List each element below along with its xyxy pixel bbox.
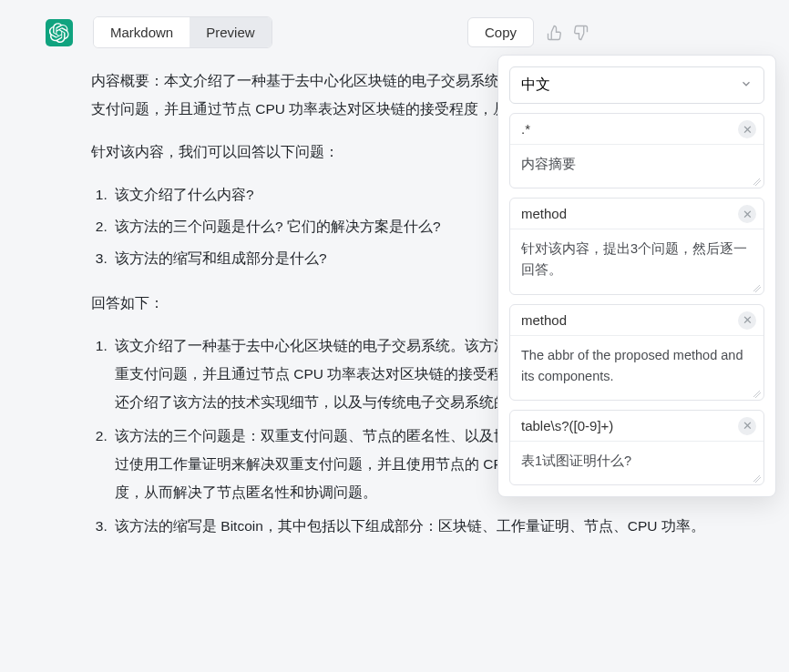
prompt-textarea[interactable]: 针对该内容，提出3个问题，然后逐一回答。: [510, 229, 763, 293]
chevron-down-icon: [740, 77, 753, 94]
prompt-group: table\s?([0-9]+) ✕ 表1试图证明什么?: [509, 410, 764, 485]
prompt-textarea[interactable]: 内容摘要: [510, 145, 763, 188]
toolbar: Markdown Preview Copy: [0, 0, 789, 59]
prompt-body-text: 内容摘要: [521, 157, 576, 171]
openai-logo: [46, 19, 73, 46]
copy-button[interactable]: Copy: [467, 17, 534, 47]
feedback-group: [547, 25, 589, 41]
prompt-group: .* ✕ 内容摘要: [509, 113, 764, 188]
prompt-body-text: The abbr of the proposed method and its …: [521, 348, 743, 383]
resize-handle-icon: [752, 177, 761, 186]
view-tabs: Markdown Preview: [93, 16, 272, 48]
language-select[interactable]: 中文: [509, 66, 764, 104]
prompt-body-text: 表1试图证明什么?: [521, 453, 631, 468]
prompt-pattern-input[interactable]: method ✕: [510, 305, 763, 336]
thumbs-up-icon[interactable]: [547, 25, 563, 41]
close-icon[interactable]: ✕: [738, 120, 756, 138]
openai-icon: [49, 23, 69, 43]
language-selected: 中文: [521, 76, 550, 95]
prompt-pattern-input[interactable]: method ✕: [510, 199, 763, 229]
prompt-textarea[interactable]: 表1试图证明什么?: [510, 442, 763, 484]
resize-handle-icon: [752, 389, 761, 398]
list-item: 该方法的缩写是 Bitcoin，其中包括以下组成部分：区块链、工作量证明、节点、…: [111, 512, 707, 540]
prompt-group: method ✕ 针对该内容，提出3个问题，然后逐一回答。: [509, 198, 764, 294]
resize-handle-icon: [752, 473, 761, 483]
prompt-panel: 中文 .* ✕ 内容摘要 method ✕ 针对该内容，提出3个问题，然后逐一回…: [497, 55, 776, 497]
toolbar-right: Copy: [467, 17, 771, 47]
close-icon[interactable]: ✕: [738, 311, 756, 330]
tab-markdown[interactable]: Markdown: [94, 17, 190, 47]
prompt-textarea[interactable]: The abbr of the proposed method and its …: [510, 336, 763, 400]
prompt-pattern-text: .*: [521, 121, 530, 137]
prompt-pattern-input[interactable]: .* ✕: [510, 114, 763, 145]
prompt-pattern-input[interactable]: table\s?([0-9]+) ✕: [510, 411, 763, 442]
prompt-pattern-text: method: [521, 206, 567, 221]
close-icon[interactable]: ✕: [738, 205, 756, 223]
thumbs-down-icon[interactable]: [572, 25, 589, 41]
resize-handle-icon: [752, 283, 761, 292]
prompt-pattern-text: table\s?([0-9]+): [521, 418, 613, 433]
tab-preview[interactable]: Preview: [190, 17, 271, 47]
close-icon[interactable]: ✕: [738, 417, 756, 435]
prompt-pattern-text: method: [521, 312, 567, 328]
prompt-group: method ✕ The abbr of the proposed method…: [509, 304, 764, 401]
prompt-body-text: 针对该内容，提出3个问题，然后逐一回答。: [521, 241, 747, 277]
